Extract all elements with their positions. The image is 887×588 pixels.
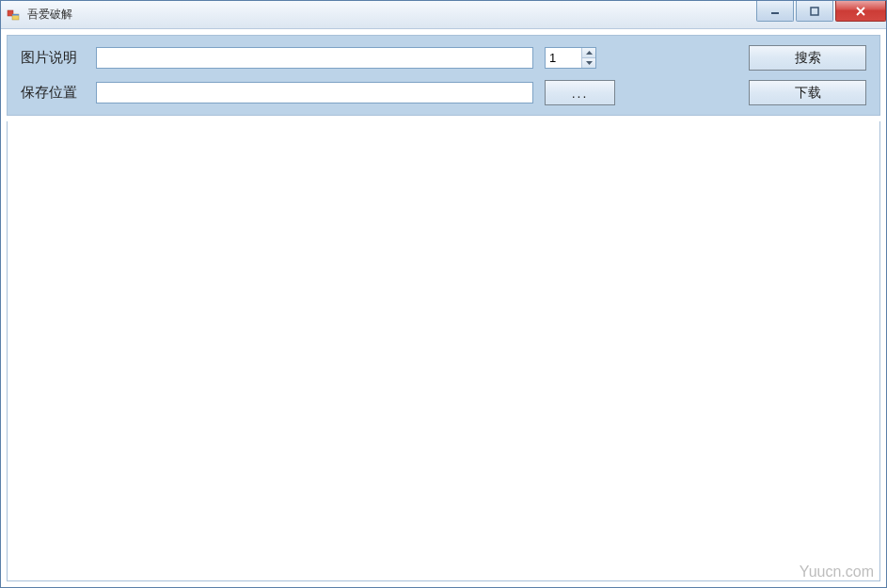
svg-rect-4	[811, 8, 818, 15]
save-location-label: 保存位置	[21, 84, 87, 102]
svg-rect-2	[12, 14, 19, 16]
app-icon	[7, 8, 22, 23]
spinner-down-button[interactable]	[582, 58, 595, 68]
app-window: 吾爱破解 图片说明	[0, 0, 887, 588]
search-row: 图片说明 搜索	[21, 45, 866, 71]
description-label: 图片说明	[21, 49, 87, 67]
description-input[interactable]	[96, 47, 533, 69]
save-location-input[interactable]	[96, 82, 533, 103]
download-button[interactable]: 下载	[749, 80, 866, 105]
search-button[interactable]: 搜索	[749, 45, 866, 71]
toolbar-panel: 图片说明 搜索 保存位置 ... 下载	[7, 35, 880, 116]
content-area	[7, 121, 880, 581]
titlebar: 吾爱破解	[1, 1, 886, 29]
count-input[interactable]	[546, 48, 581, 68]
minimize-button[interactable]	[756, 1, 794, 22]
save-row: 保存位置 ... 下载	[21, 80, 866, 105]
window-title: 吾爱破解	[27, 7, 72, 23]
maximize-button[interactable]	[796, 1, 833, 22]
svg-rect-3	[771, 12, 779, 14]
browse-button[interactable]: ...	[545, 80, 615, 105]
window-controls	[756, 1, 886, 22]
close-button[interactable]	[835, 1, 886, 22]
spinner-up-button[interactable]	[582, 48, 595, 58]
count-spinner	[545, 47, 596, 69]
